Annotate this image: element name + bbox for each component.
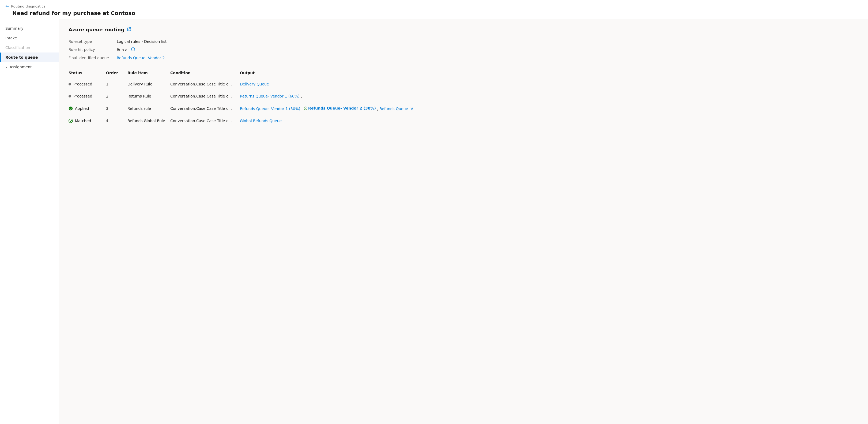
col-header-status: Status xyxy=(68,68,106,78)
status-cell: Processed xyxy=(68,78,106,90)
external-link-icon[interactable] xyxy=(127,27,131,32)
order-cell: 3 xyxy=(106,102,127,115)
output-link[interactable]: Refunds Queue- Vendor 1 (50%) xyxy=(240,107,301,111)
output-link[interactable]: Delivery Queue xyxy=(240,82,269,86)
rule-item-cell: Refunds rule xyxy=(127,102,170,115)
status-cell: Applied xyxy=(68,102,106,115)
rule-hit-policy-value: Run all xyxy=(117,47,858,53)
sidebar-item-label: Assignment xyxy=(10,65,32,69)
status-label: Matched xyxy=(75,119,91,123)
section-title: Azure queue routing xyxy=(68,27,124,32)
green-check-outline-icon xyxy=(304,107,307,110)
output-separator: , xyxy=(302,107,304,111)
sidebar-item-classification: Classification xyxy=(0,43,59,53)
sidebar-item-label: Classification xyxy=(5,46,30,50)
svg-point-1 xyxy=(133,48,133,49)
condition-cell: Conversation.Case.Case Title c... xyxy=(170,90,240,102)
rule-item-cell: Returns Rule xyxy=(127,90,170,102)
rule-hit-policy-label: Rule hit policy xyxy=(68,47,117,53)
sidebar-item-label: Summary xyxy=(5,26,24,31)
output-link[interactable]: Refunds Queue- V xyxy=(379,107,413,111)
green-check-outline-icon xyxy=(68,119,73,123)
order-cell: 4 xyxy=(106,115,127,127)
output-separator: , xyxy=(301,94,302,98)
status-label: Applied xyxy=(75,106,89,111)
output-link[interactable]: Returns Queue- Vendor 1 (60%) xyxy=(240,94,300,98)
output-cell: Global Refunds Queue xyxy=(240,115,858,127)
output-separator: , xyxy=(377,107,379,111)
output-cell: Refunds Queue- Vendor 1 (50%) , Refunds … xyxy=(240,102,858,115)
sidebar: Summary Intake Classification Route to q… xyxy=(0,19,59,424)
table-row: Processed 1 Delivery Rule Conversation.C… xyxy=(68,78,858,90)
rules-table: Status Order Rule item Condition Output xyxy=(68,68,858,127)
status-cell: Processed xyxy=(68,90,106,102)
sidebar-item-assignment[interactable]: ∨ Assignment xyxy=(0,62,59,72)
sidebar-item-route-to-queue[interactable]: Route to queue xyxy=(0,53,59,62)
condition-cell: Conversation.Case.Case Title c... xyxy=(170,102,240,115)
condition-cell: Conversation.Case.Case Title c... xyxy=(170,78,240,90)
sidebar-item-summary[interactable]: Summary xyxy=(0,24,59,33)
status-label: Processed xyxy=(73,82,92,86)
svg-point-3 xyxy=(304,107,307,110)
sidebar-item-intake[interactable]: Intake xyxy=(0,33,59,43)
final-queue-label: Final identified queue xyxy=(68,55,117,61)
col-header-rule-item: Rule item xyxy=(127,68,170,78)
output-link[interactable]: Global Refunds Queue xyxy=(240,119,282,123)
grey-dot-icon xyxy=(68,83,71,86)
output-cell: Returns Queue- Vendor 1 (60%) , xyxy=(240,90,858,102)
col-header-order: Order xyxy=(106,68,127,78)
svg-point-4 xyxy=(69,119,73,123)
grey-dot-icon xyxy=(68,95,71,97)
output-bold-check: Refunds Queue- Vendor 2 (30%) xyxy=(304,106,376,110)
table-row: Matched 4 Refunds Global Rule Conversati… xyxy=(68,115,858,127)
back-button[interactable]: ← xyxy=(5,4,9,9)
status-label: Processed xyxy=(73,94,92,98)
col-header-output: Output xyxy=(240,68,858,78)
sidebar-item-label: Intake xyxy=(5,36,17,40)
status-cell: Matched xyxy=(68,115,106,127)
chevron-down-icon: ∨ xyxy=(5,65,7,69)
svg-point-2 xyxy=(69,107,73,111)
output-link-bold[interactable]: Refunds Queue- Vendor 2 (30%) xyxy=(308,106,376,110)
final-queue-value[interactable]: Refunds Queue- Vendor 2 xyxy=(117,55,858,61)
info-icon[interactable] xyxy=(131,48,135,52)
condition-cell: Conversation.Case.Case Title c... xyxy=(170,115,240,127)
green-check-icon xyxy=(68,106,73,111)
breadcrumb: Routing diagnostics xyxy=(11,4,45,8)
order-cell: 2 xyxy=(106,90,127,102)
page-title: Need refund for my purchase at Contoso xyxy=(5,10,863,16)
ruleset-type-value: Logical rules - Decision list xyxy=(117,39,858,44)
ruleset-type-label: Ruleset type xyxy=(68,39,117,44)
col-header-condition: Condition xyxy=(170,68,240,78)
table-row: Applied 3 Refunds rule Conversation.Case… xyxy=(68,102,858,115)
output-cell: Delivery Queue xyxy=(240,78,858,90)
table-row: Processed 2 Returns Rule Conversation.Ca… xyxy=(68,90,858,102)
rule-item-cell: Delivery Rule xyxy=(127,78,170,90)
order-cell: 1 xyxy=(106,78,127,90)
main-content: Azure queue routing Ruleset type Logical… xyxy=(59,19,868,424)
info-grid: Ruleset type Logical rules - Decision li… xyxy=(68,39,858,61)
sidebar-item-label: Route to queue xyxy=(5,55,38,59)
rule-item-cell: Refunds Global Rule xyxy=(127,115,170,127)
